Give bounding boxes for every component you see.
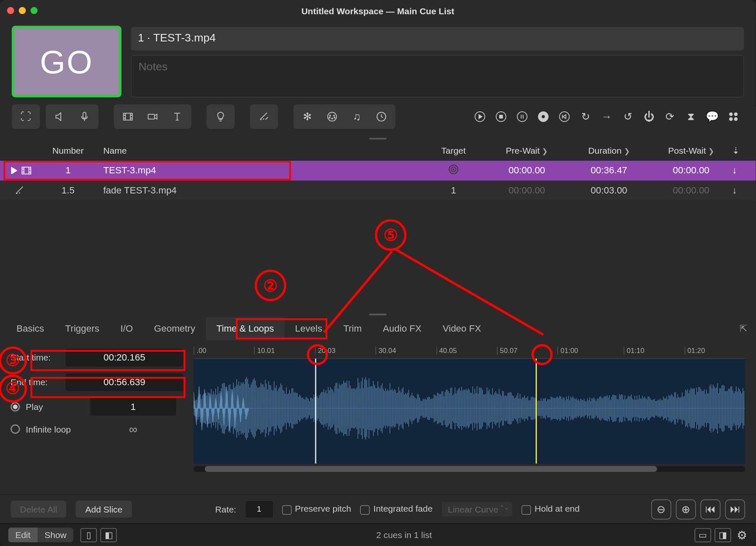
svg-rect-1: [124, 113, 132, 120]
prev-slice-icon[interactable]: ⏮: [701, 499, 721, 519]
window-title: Untitled Workspace — Main Cue List: [0, 5, 756, 15]
cue-target: 1: [421, 185, 486, 196]
svg-point-19: [730, 118, 733, 121]
maximize-icon[interactable]: [31, 7, 38, 14]
infinite-radio[interactable]: [10, 425, 20, 434]
tab-triggers[interactable]: Triggers: [54, 317, 110, 340]
continue-mode-icon[interactable]: ↓: [732, 165, 756, 176]
curve-select: Linear Curve: [442, 502, 513, 516]
chat-icon[interactable]: 💬: [703, 108, 722, 126]
rate-input[interactable]: [246, 501, 272, 517]
gear-icon[interactable]: ⚙: [737, 528, 747, 542]
timeline-ruler[interactable]: .00 10.01 20.03 30.04 40.05 50.07 01:00 …: [194, 345, 745, 358]
go-button[interactable]: GO: [12, 26, 122, 98]
midi-file-cue-icon[interactable]: ♫: [345, 108, 368, 126]
add-slice-icon[interactable]: ⊕: [676, 499, 696, 519]
end-time-input[interactable]: [66, 373, 183, 391]
cue-title-field[interactable]: 1 · TEST-3.mp4: [131, 27, 744, 50]
tab-audio-fx[interactable]: Audio FX: [372, 317, 432, 340]
layout-b-icon[interactable]: ◧: [101, 528, 117, 542]
status-text: 2 cues in 1 list: [117, 530, 691, 540]
audio-cue-icon[interactable]: [48, 108, 72, 126]
cue-name: fade TEST-3.mp4: [96, 185, 422, 196]
midi-cue-icon[interactable]: [320, 108, 344, 126]
tab-basics[interactable]: Basics: [6, 317, 54, 340]
tab-io[interactable]: I/O: [110, 317, 143, 340]
sync-icon[interactable]: ⟳: [660, 108, 679, 126]
svg-rect-0: [83, 112, 86, 118]
hold-at-end-checkbox[interactable]: Hold at end: [522, 504, 580, 514]
close-icon[interactable]: [7, 7, 14, 14]
network-cue-icon[interactable]: ✻: [296, 108, 319, 126]
next-slice-icon[interactable]: ⏭: [725, 499, 745, 519]
light-cue-icon[interactable]: [209, 108, 232, 126]
fullscreen-icon[interactable]: ⛶: [14, 108, 38, 126]
end-marker[interactable]: [536, 358, 537, 464]
tab-video-fx[interactable]: Video FX: [432, 317, 492, 340]
continue-mode-icon[interactable]: ↓: [732, 185, 756, 196]
cue-row[interactable]: 1 TEST-3.mp4 00:00.00 00:36.47 00:00.00 …: [0, 161, 756, 181]
camera-cue-icon[interactable]: [141, 108, 164, 126]
col-number[interactable]: Number: [40, 145, 96, 155]
tab-trim[interactable]: Trim: [333, 317, 372, 340]
col-name[interactable]: Name: [96, 145, 422, 155]
start-time-input[interactable]: [66, 348, 183, 366]
pause-icon[interactable]: [513, 108, 532, 126]
col-duration[interactable]: Duration❯: [568, 145, 650, 155]
svg-point-7: [334, 117, 335, 118]
mic-cue-icon[interactable]: [73, 108, 96, 126]
play-icon[interactable]: [471, 108, 489, 126]
integrated-fade-checkbox[interactable]: Integrated fade: [360, 504, 432, 514]
cue-name: TEST-3.mp4: [96, 165, 422, 176]
add-slice-button[interactable]: Add Slice: [76, 501, 132, 518]
preserve-pitch-checkbox[interactable]: Preserve pitch: [282, 504, 351, 514]
minimize-icon[interactable]: [19, 7, 26, 14]
play-radio[interactable]: [10, 402, 20, 411]
infinite-loop-row[interactable]: Infinite loop ∞: [10, 422, 183, 436]
svg-point-4: [330, 115, 331, 116]
goto-icon[interactable]: →: [597, 108, 616, 126]
svg-point-15: [541, 115, 545, 118]
tab-levels[interactable]: Levels: [285, 317, 333, 340]
redo-icon[interactable]: ↻: [576, 108, 595, 126]
fade-cue-row-icon: [0, 185, 40, 196]
edit-mode-button[interactable]: Edit: [8, 528, 38, 542]
edit-show-toggle[interactable]: Edit Show: [8, 528, 74, 542]
col-target[interactable]: Target: [421, 145, 486, 155]
svg-point-13: [517, 112, 527, 121]
col-prewait[interactable]: Pre-Wait❯: [486, 145, 568, 155]
waveform[interactable]: [194, 358, 745, 464]
previous-icon[interactable]: [555, 108, 574, 126]
grid-icon[interactable]: [724, 108, 743, 126]
timecode-cue-icon[interactable]: [370, 108, 393, 126]
tab-geometry[interactable]: Geometry: [143, 317, 206, 340]
titlebar: Untitled Workspace — Main Cue List: [0, 0, 756, 21]
show-mode-button[interactable]: Show: [37, 528, 73, 542]
delete-all-button[interactable]: Delete All: [10, 501, 67, 518]
ruler-tick: 10.01: [254, 346, 275, 355]
fade-cue-icon[interactable]: [252, 108, 276, 126]
power-icon[interactable]: ⏻: [639, 108, 658, 126]
text-cue-icon[interactable]: [166, 108, 189, 126]
play-count-row[interactable]: Play 1: [10, 398, 183, 415]
popout-icon[interactable]: ⇱: [740, 323, 747, 334]
timer-icon[interactable]: ⧗: [682, 108, 701, 126]
notes-field[interactable]: Notes: [131, 55, 744, 98]
inspector-grip[interactable]: [0, 312, 756, 317]
record-icon[interactable]: [534, 108, 553, 126]
col-postwait[interactable]: Post-Wait❯: [650, 145, 732, 155]
start-time-label: Start time:: [10, 352, 60, 362]
video-cue-icon[interactable]: [116, 108, 140, 126]
tab-time-loops[interactable]: Time & Loops: [206, 317, 285, 340]
play-count-value[interactable]: 1: [91, 398, 176, 415]
cue-row[interactable]: 1.5 fade TEST-3.mp4 1 00:00.00 00:03.00 …: [0, 180, 756, 201]
stop-icon[interactable]: [492, 108, 510, 126]
layout-a-icon[interactable]: ▯: [80, 528, 97, 542]
view-b-icon[interactable]: ◨: [715, 528, 731, 542]
splitter-grip[interactable]: [0, 136, 756, 141]
remove-slice-icon[interactable]: ⊖: [651, 499, 671, 519]
start-marker[interactable]: [315, 358, 316, 464]
waveform-scrollbar[interactable]: [194, 466, 745, 471]
view-a-icon[interactable]: ▭: [695, 528, 711, 542]
loop-a-icon[interactable]: ↺: [619, 108, 637, 126]
